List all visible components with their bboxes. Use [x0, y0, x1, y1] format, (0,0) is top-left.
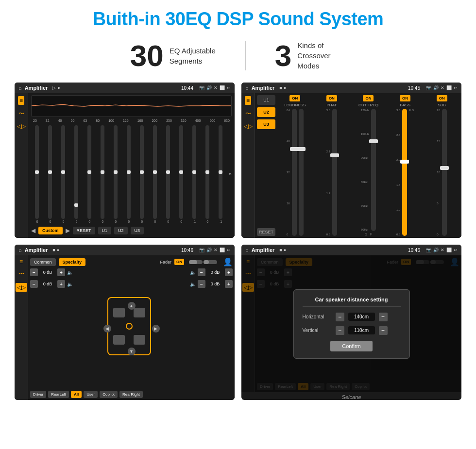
common-btn[interactable]: Common: [30, 258, 56, 266]
vol-sidebar-icon-3[interactable]: ◁▷: [16, 283, 27, 292]
home-icon-3[interactable]: ⌂: [18, 247, 22, 253]
home-icon[interactable]: ⌂: [18, 85, 22, 91]
db1-minus[interactable]: −: [30, 268, 38, 276]
wave-sidebar-icon[interactable]: 〜: [18, 110, 24, 118]
close-icon-4[interactable]: ✕: [441, 248, 444, 252]
cutfreq-toggle[interactable]: ON: [363, 95, 374, 101]
close-icon-2[interactable]: ✕: [441, 85, 444, 90]
loudness-slider2[interactable]: [299, 109, 304, 236]
screens-grid: ⌂ Amplifier ▷ ● 10:44 📷 🔊 ✕ ⬜ ↩ ≡: [15, 83, 461, 400]
phat-slider-container: 3.0 2.1 1.3 0.5: [314, 109, 350, 236]
eq-track-9[interactable]: [140, 125, 144, 219]
eq-u1-btn[interactable]: U1: [98, 227, 112, 234]
eq-track-8[interactable]: [127, 125, 131, 219]
all-btn[interactable]: All: [71, 391, 82, 398]
fader-on-btn[interactable]: ON: [174, 259, 184, 265]
eq-track-1[interactable]: [35, 125, 39, 219]
horizontal-minus[interactable]: −: [336, 313, 344, 321]
vol-sidebar-icon[interactable]: ◁▷: [17, 123, 26, 130]
confirm-button[interactable]: Confirm: [330, 341, 373, 351]
db2-plus[interactable]: +: [57, 280, 65, 288]
cutfreq-slider[interactable]: [371, 109, 376, 231]
amp-u3-btn[interactable]: U3: [257, 119, 275, 129]
home-icon-2[interactable]: ⌂: [245, 85, 249, 91]
db4-minus[interactable]: −: [198, 280, 205, 288]
specialty-btn[interactable]: Specialty: [59, 258, 86, 266]
eq-track-7[interactable]: [114, 125, 118, 219]
eq-track-3[interactable]: [61, 125, 65, 219]
eq-main-area: 25 32 40 50 63 80 100 125 160 200 250 32…: [28, 93, 235, 238]
eq-track-14[interactable]: [205, 125, 209, 219]
loudness-toggle[interactable]: ON: [289, 95, 300, 101]
phat-slider[interactable]: [332, 109, 337, 236]
driver-btn[interactable]: Driver: [30, 391, 46, 398]
car-nav-down[interactable]: ▼: [128, 348, 136, 355]
dot-icon-3: ●: [57, 248, 59, 252]
back-icon-3[interactable]: ↩: [227, 248, 231, 252]
back-icon-4[interactable]: ↩: [454, 248, 458, 252]
phat-toggle[interactable]: ON: [326, 95, 337, 101]
eq-next[interactable]: ▶: [66, 227, 70, 234]
fader-slider-1[interactable]: [189, 260, 203, 264]
dialog-vertical-row: Vertical − 110cm +: [303, 326, 401, 335]
spec-main-area: Common Specialty Fader ON 👤: [28, 255, 235, 400]
screen3-sidebar: ≡ 〜 ◁▷: [15, 255, 28, 400]
amp-u2-btn[interactable]: U2: [257, 107, 275, 117]
wave-sidebar-icon-3[interactable]: 〜: [18, 270, 24, 278]
amp-u1-btn[interactable]: U1: [257, 95, 275, 105]
fader-slider-2[interactable]: [204, 260, 217, 264]
eq-track-6[interactable]: [101, 125, 104, 219]
loudness-slider[interactable]: [292, 109, 297, 236]
vol-sidebar-icon-2[interactable]: ◁▷: [244, 123, 253, 130]
phat-label: PHAT: [327, 103, 337, 107]
db3-plus[interactable]: +: [225, 268, 233, 276]
wave-sidebar-icon-2[interactable]: 〜: [245, 110, 251, 118]
home-icon-4[interactable]: ⌂: [245, 247, 249, 253]
rearleft-btn[interactable]: RearLeft: [48, 391, 69, 398]
car-nav-right[interactable]: ▶: [152, 325, 160, 333]
eq-track-11[interactable]: [166, 125, 170, 219]
window-icon-3: ⬜: [220, 248, 225, 252]
eq-sidebar-icon[interactable]: ≡: [18, 96, 24, 105]
back-icon-2[interactable]: ↩: [454, 85, 458, 90]
copilot-btn[interactable]: Copilot: [100, 391, 118, 398]
car-nav-up[interactable]: ▲: [128, 302, 136, 310]
eq-reset-btn[interactable]: RESET: [73, 227, 95, 234]
back-icon[interactable]: ↩: [227, 85, 231, 90]
eq-track-5[interactable]: [87, 125, 91, 219]
sub-slider[interactable]: [442, 109, 447, 236]
eq-track-12[interactable]: [179, 125, 183, 219]
loudness-label: LOUDNESS: [284, 103, 306, 107]
db3-minus[interactable]: −: [198, 268, 205, 276]
eq-slider-15: -1: [215, 124, 227, 223]
eq-slider-12: 0: [175, 124, 187, 223]
rearright-btn[interactable]: RearRight: [119, 391, 143, 398]
eq-track-4[interactable]: [74, 125, 78, 219]
vertical-plus[interactable]: +: [379, 326, 388, 335]
bass-slider[interactable]: [402, 109, 407, 236]
eq-u2-btn[interactable]: U2: [114, 227, 128, 234]
amp-reset-btn[interactable]: RESET: [257, 228, 275, 236]
play-icon[interactable]: ▷: [52, 85, 56, 90]
eq-u3-btn[interactable]: U3: [131, 227, 144, 234]
eq-track-2[interactable]: [48, 125, 52, 219]
eq-custom-btn[interactable]: Custom: [38, 227, 63, 234]
db2-minus[interactable]: −: [30, 280, 38, 288]
close-icon[interactable]: ✕: [214, 85, 218, 90]
car-nav-left[interactable]: ◀: [103, 325, 111, 333]
eq-track-10[interactable]: [153, 125, 157, 219]
eq-sidebar-icon-2[interactable]: ≡: [245, 96, 251, 105]
eq-sidebar-icon-3[interactable]: ≡: [19, 258, 23, 265]
bass-toggle[interactable]: ON: [400, 95, 410, 101]
vertical-minus[interactable]: −: [336, 326, 344, 335]
db4-plus[interactable]: +: [225, 280, 233, 288]
db1-plus[interactable]: +: [57, 268, 65, 276]
user-btn[interactable]: User: [84, 391, 98, 398]
sub-toggle[interactable]: ON: [437, 95, 447, 101]
stat1-label: EQ AdjustableSegments: [170, 46, 216, 66]
eq-prev[interactable]: ◀: [31, 227, 35, 234]
close-icon-3[interactable]: ✕: [214, 248, 218, 252]
eq-track-15[interactable]: [219, 125, 222, 219]
eq-track-13[interactable]: [192, 125, 196, 219]
horizontal-plus[interactable]: +: [379, 313, 388, 321]
